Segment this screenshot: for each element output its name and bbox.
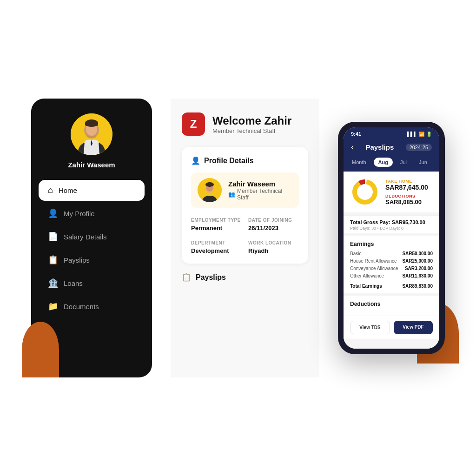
phone-buttons-row: View TDS View PDF xyxy=(344,316,439,339)
date-joining-item: DATE OF JOINING 26/11/2023 xyxy=(248,215,299,231)
donut-chart xyxy=(350,177,380,207)
earnings-label-conveyance: Conveyance Allowance xyxy=(350,266,398,271)
welcome-header: Z Welcome Zahir Member Technical Staff xyxy=(182,112,308,136)
earnings-value-hra: SAR25,000.00 xyxy=(402,258,433,264)
phone-status-bar: 9:41 ▌▌▌ 📶 🔋 xyxy=(344,127,439,139)
payslips-icon: 📋 xyxy=(182,273,191,282)
earnings-label-hra: House Rent Allowance xyxy=(350,258,397,264)
profile-icon: 👤 xyxy=(191,156,200,165)
date-joining-value: 26/11/2023 xyxy=(248,225,299,231)
phone-header: ‹ Payslips 2024-25 xyxy=(344,139,439,158)
total-earnings-value: SAR89,830.00 xyxy=(402,284,433,289)
earnings-row-other: Other Allowance SAR11,630.00 xyxy=(350,273,433,278)
sidebar-item-payslips[interactable]: 📋 Payslips xyxy=(39,249,145,271)
sidebar-item-payslips-label: Payslips xyxy=(64,256,90,264)
paid-days-text: Paid Days: 30 • LOP Days: 0 xyxy=(350,226,433,231)
month-tab-month[interactable]: Month xyxy=(347,158,371,167)
person-icon: 👤 xyxy=(48,208,58,218)
sidebar: Zahir Waseem ⌂ Home 👤 My Profile 📄 Salar… xyxy=(31,99,152,377)
sidebar-item-documents[interactable]: 📁 Documents xyxy=(39,296,145,317)
svg-point-13 xyxy=(357,185,372,199)
sidebar-item-salary-details-label: Salary Details xyxy=(64,233,107,241)
phone-device: 9:41 ▌▌▌ 📶 🔋 ‹ Payslips 2024-25 Month xyxy=(338,122,445,354)
sidebar-item-home-label: Home xyxy=(59,186,77,194)
earnings-label-basic: Basic xyxy=(350,251,361,256)
z-logo: Z xyxy=(182,112,205,136)
month-tab-jul[interactable]: Jul xyxy=(396,158,411,167)
payslip-icon: 📋 xyxy=(48,255,58,265)
doc-icon: 📄 xyxy=(48,231,58,242)
payslips-label: Payslips xyxy=(196,273,226,282)
earnings-heading: Earnings xyxy=(350,241,433,247)
earnings-value-other: SAR11,630.00 xyxy=(402,273,433,278)
work-location-item: WORK LOCATION Riyadh xyxy=(248,238,299,254)
take-home-amount: SAR87,645.00 xyxy=(385,184,433,191)
profile-user-avatar xyxy=(198,178,222,202)
total-earnings-label: Total Earnings xyxy=(350,284,382,289)
work-location-value: Riyadh xyxy=(248,247,299,254)
employment-type-item: EMPLOYMENT TYPE Permanent xyxy=(191,215,242,231)
department-label: DEPERTMENT xyxy=(191,240,225,245)
month-tab-aug[interactable]: Aug xyxy=(374,158,393,167)
battery-icon: 🔋 xyxy=(426,132,432,137)
deductions-section: Deductions xyxy=(344,296,439,316)
year-selector[interactable]: 2024-25 xyxy=(406,144,432,151)
svg-rect-4 xyxy=(87,136,96,138)
work-location-label: WORK LOCATION xyxy=(248,240,291,245)
earnings-row-basic: Basic SAR50,000.00 xyxy=(350,251,433,256)
deductions-section-heading: Deductions xyxy=(350,301,433,307)
earnings-row-hra: House Rent Allowance SAR25,000.00 xyxy=(350,258,433,264)
employment-type-label: EMPLOYMENT TYPE xyxy=(191,218,241,223)
main-container: Zahir Waseem ⌂ Home 👤 My Profile 📄 Salar… xyxy=(0,0,476,476)
view-pdf-button[interactable]: View PDF xyxy=(394,321,433,334)
salary-overview: TAKE HOME SAR87,645.00 DEDUCTIONS SAR8,0… xyxy=(344,172,439,212)
profile-details-grid: EMPLOYMENT TYPE Permanent DATE OF JOININ… xyxy=(191,215,299,254)
signal-icon: ▌▌▌ xyxy=(407,132,417,137)
nav-items: ⌂ Home 👤 My Profile 📄 Salary Details 📋 P… xyxy=(39,180,145,317)
phone-content: TAKE HOME SAR87,645.00 DEDUCTIONS SAR8,0… xyxy=(344,172,439,349)
phone-wrapper: 9:41 ▌▌▌ 📶 🔋 ‹ Payslips 2024-25 Month xyxy=(338,122,445,354)
view-tds-button[interactable]: View TDS xyxy=(350,321,390,334)
profile-card: 👤 Profile Details Zahir Waseem xyxy=(182,147,308,264)
take-home-label: TAKE HOME xyxy=(385,179,433,184)
back-arrow-icon[interactable]: ‹ xyxy=(351,142,354,152)
date-joining-label: DATE OF JOINING xyxy=(248,218,292,223)
sidebar-item-home[interactable]: ⌂ Home xyxy=(39,180,145,201)
earnings-value-basic: SAR50,000.00 xyxy=(402,251,433,256)
gross-pay-text: Total Gross Pay: SAR95,730.00 xyxy=(350,219,433,225)
sidebar-item-documents-label: Documents xyxy=(64,303,99,311)
deductions-label: DEDUCTIONS xyxy=(385,194,433,198)
profile-user-info: Zahir Waseem 👥 Member Technical Staff xyxy=(228,180,292,201)
month-tab-may[interactable]: May xyxy=(435,158,439,167)
earnings-label-other: Other Allowance xyxy=(350,273,384,278)
earnings-section: Earnings Basic SAR50,000.00 House Rent A… xyxy=(344,236,439,293)
profile-user-row: Zahir Waseem 👥 Member Technical Staff xyxy=(191,172,299,208)
status-time: 9:41 xyxy=(351,131,361,137)
sidebar-item-salary-details[interactable]: 📄 Salary Details xyxy=(39,226,145,247)
middle-panel: Z Welcome Zahir Member Technical Staff 👤… xyxy=(171,99,319,377)
earnings-total-row: Total Earnings SAR89,830.00 xyxy=(350,281,433,289)
sidebar-item-loans-label: Loans xyxy=(64,279,83,287)
earnings-value-conveyance: SAR3,200.00 xyxy=(405,266,433,271)
welcome-subtitle: Member Technical Staff xyxy=(212,127,291,134)
avatar xyxy=(71,113,112,155)
welcome-heading: Welcome Zahir xyxy=(212,114,291,127)
wifi-icon: 📶 xyxy=(419,132,424,137)
sidebar-item-loans[interactable]: 🏦 Loans xyxy=(39,272,145,294)
payslips-section: 📋 Payslips xyxy=(182,273,308,282)
phone-status-icons: ▌▌▌ 📶 🔋 xyxy=(407,132,432,137)
sidebar-accent xyxy=(22,322,59,377)
profile-card-title: 👤 Profile Details xyxy=(191,156,299,165)
sidebar-item-my-profile[interactable]: 👤 My Profile xyxy=(39,203,145,224)
department-item: DEPERTMENT Development xyxy=(191,238,242,254)
month-tab-jun[interactable]: Jun xyxy=(414,158,432,167)
month-tabs: Month Aug Jul Jun May Apr xyxy=(344,158,439,172)
svg-point-9 xyxy=(205,182,214,187)
loans-icon: 🏦 xyxy=(48,278,58,288)
department-value: Development xyxy=(191,247,242,254)
profile-user-name: Zahir Waseem xyxy=(228,180,292,188)
documents-icon: 📁 xyxy=(48,301,58,311)
deductions-amount: SAR8,085.00 xyxy=(385,198,433,205)
sidebar-username: Zahir Waseem xyxy=(68,161,115,169)
salary-labels: TAKE HOME SAR87,645.00 DEDUCTIONS SAR8,0… xyxy=(385,179,433,205)
